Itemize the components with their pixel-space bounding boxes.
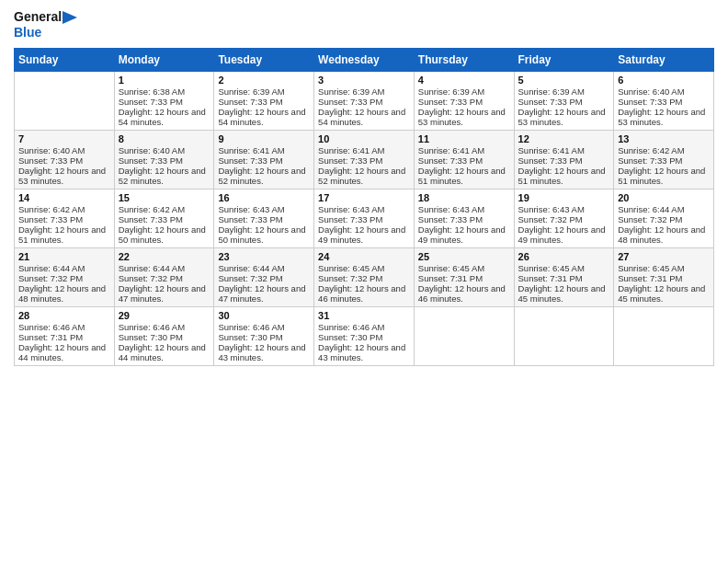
sunset-text: Sunset: 7:33 PM bbox=[518, 97, 610, 107]
sunset-text: Sunset: 7:31 PM bbox=[418, 273, 510, 283]
calendar-cell: 19Sunrise: 6:43 AMSunset: 7:32 PMDayligh… bbox=[514, 189, 614, 247]
day-number: 29 bbox=[119, 310, 210, 321]
calendar-cell: 20Sunrise: 6:44 AMSunset: 7:32 PMDayligh… bbox=[614, 189, 714, 247]
sunset-text: Sunset: 7:33 PM bbox=[119, 214, 210, 224]
daylight-text: Daylight: 12 hours and 44 minutes. bbox=[119, 342, 210, 362]
day-number: 24 bbox=[318, 251, 410, 262]
sunrise-text: Sunrise: 6:45 AM bbox=[518, 263, 610, 273]
weekday-header: Sunday bbox=[15, 48, 115, 71]
daylight-text: Daylight: 12 hours and 48 minutes. bbox=[18, 283, 110, 304]
daylight-text: Daylight: 12 hours and 54 minutes. bbox=[119, 107, 210, 127]
calendar-cell bbox=[514, 306, 614, 365]
day-number: 23 bbox=[218, 251, 310, 262]
calendar-cell: 21Sunrise: 6:44 AMSunset: 7:32 PMDayligh… bbox=[15, 247, 115, 306]
sunrise-text: Sunrise: 6:43 AM bbox=[318, 204, 410, 214]
calendar-cell: 17Sunrise: 6:43 AMSunset: 7:33 PMDayligh… bbox=[314, 189, 415, 247]
calendar-cell: 31Sunrise: 6:46 AMSunset: 7:30 PMDayligh… bbox=[314, 306, 415, 365]
day-number: 7 bbox=[18, 133, 110, 144]
sunrise-text: Sunrise: 6:40 AM bbox=[119, 145, 210, 155]
calendar-cell: 6Sunrise: 6:40 AMSunset: 7:33 PMDaylight… bbox=[614, 71, 714, 130]
daylight-text: Daylight: 12 hours and 49 minutes. bbox=[418, 224, 510, 245]
calendar-cell: 22Sunrise: 6:44 AMSunset: 7:32 PMDayligh… bbox=[114, 247, 214, 306]
sunrise-text: Sunrise: 6:44 AM bbox=[218, 263, 310, 273]
daylight-text: Daylight: 12 hours and 50 minutes. bbox=[119, 224, 210, 245]
header: General Blue bbox=[14, 9, 714, 40]
day-number: 20 bbox=[618, 192, 710, 203]
daylight-text: Daylight: 12 hours and 43 minutes. bbox=[218, 342, 310, 362]
sunrise-text: Sunrise: 6:41 AM bbox=[418, 145, 510, 155]
calendar-table: SundayMondayTuesdayWednesdayThursdayFrid… bbox=[14, 48, 714, 366]
sunset-text: Sunset: 7:32 PM bbox=[18, 273, 110, 283]
calendar-week-row: 28Sunrise: 6:46 AMSunset: 7:31 PMDayligh… bbox=[15, 306, 714, 365]
sunrise-text: Sunrise: 6:42 AM bbox=[18, 204, 110, 214]
sunset-text: Sunset: 7:33 PM bbox=[218, 214, 310, 224]
day-number: 6 bbox=[618, 75, 710, 86]
calendar-page: General Blue SundayMondayTuesdayWednesda… bbox=[0, 0, 728, 563]
sunrise-text: Sunrise: 6:44 AM bbox=[618, 204, 710, 214]
weekday-header: Tuesday bbox=[214, 48, 314, 71]
day-number: 9 bbox=[218, 133, 310, 144]
day-number: 22 bbox=[119, 251, 210, 262]
day-number: 13 bbox=[618, 133, 710, 144]
calendar-cell: 1Sunrise: 6:38 AMSunset: 7:33 PMDaylight… bbox=[114, 71, 214, 130]
sunrise-text: Sunrise: 6:39 AM bbox=[418, 86, 510, 97]
calendar-cell: 3Sunrise: 6:39 AMSunset: 7:33 PMDaylight… bbox=[314, 71, 415, 130]
sunset-text: Sunset: 7:33 PM bbox=[218, 97, 310, 107]
weekday-header: Saturday bbox=[614, 48, 714, 71]
daylight-text: Daylight: 12 hours and 45 minutes. bbox=[518, 283, 610, 304]
sunset-text: Sunset: 7:33 PM bbox=[119, 97, 210, 107]
daylight-text: Daylight: 12 hours and 44 minutes. bbox=[18, 342, 110, 362]
sunset-text: Sunset: 7:31 PM bbox=[18, 332, 110, 342]
sunrise-text: Sunrise: 6:45 AM bbox=[618, 263, 710, 273]
sunset-text: Sunset: 7:33 PM bbox=[618, 97, 710, 107]
weekday-header: Friday bbox=[514, 48, 614, 71]
calendar-cell: 30Sunrise: 6:46 AMSunset: 7:30 PMDayligh… bbox=[214, 306, 314, 365]
sunrise-text: Sunrise: 6:45 AM bbox=[318, 263, 410, 273]
day-number: 21 bbox=[18, 251, 110, 262]
calendar-cell: 14Sunrise: 6:42 AMSunset: 7:33 PMDayligh… bbox=[15, 189, 115, 247]
sunset-text: Sunset: 7:30 PM bbox=[318, 332, 410, 342]
calendar-cell: 26Sunrise: 6:45 AMSunset: 7:31 PMDayligh… bbox=[514, 247, 614, 306]
sunset-text: Sunset: 7:33 PM bbox=[119, 155, 210, 166]
day-number: 31 bbox=[318, 310, 410, 321]
sunset-text: Sunset: 7:33 PM bbox=[18, 214, 110, 224]
daylight-text: Daylight: 12 hours and 46 minutes. bbox=[318, 283, 410, 304]
day-number: 16 bbox=[218, 192, 310, 203]
logo-line1: General bbox=[14, 9, 62, 24]
day-number: 1 bbox=[119, 75, 210, 86]
calendar-cell: 12Sunrise: 6:41 AMSunset: 7:33 PMDayligh… bbox=[514, 130, 614, 189]
daylight-text: Daylight: 12 hours and 52 minutes. bbox=[119, 166, 210, 186]
sunset-text: Sunset: 7:30 PM bbox=[119, 332, 210, 342]
daylight-text: Daylight: 12 hours and 53 minutes. bbox=[418, 107, 510, 127]
calendar-cell: 8Sunrise: 6:40 AMSunset: 7:33 PMDaylight… bbox=[114, 130, 214, 189]
sunset-text: Sunset: 7:33 PM bbox=[518, 155, 610, 166]
day-number: 15 bbox=[119, 192, 210, 203]
calendar-cell: 13Sunrise: 6:42 AMSunset: 7:33 PMDayligh… bbox=[614, 130, 714, 189]
sunset-text: Sunset: 7:33 PM bbox=[618, 155, 710, 166]
logo-text: General Blue bbox=[14, 9, 77, 40]
daylight-text: Daylight: 12 hours and 54 minutes. bbox=[318, 107, 410, 127]
daylight-text: Daylight: 12 hours and 51 minutes. bbox=[18, 224, 110, 245]
daylight-text: Daylight: 12 hours and 49 minutes. bbox=[318, 224, 410, 245]
day-number: 14 bbox=[18, 192, 110, 203]
calendar-cell bbox=[15, 71, 115, 130]
calendar-cell bbox=[414, 306, 514, 365]
calendar-cell: 4Sunrise: 6:39 AMSunset: 7:33 PMDaylight… bbox=[414, 71, 514, 130]
sunset-text: Sunset: 7:30 PM bbox=[218, 332, 310, 342]
daylight-text: Daylight: 12 hours and 48 minutes. bbox=[618, 224, 710, 245]
day-number: 3 bbox=[318, 75, 410, 86]
sunrise-text: Sunrise: 6:46 AM bbox=[318, 322, 410, 332]
daylight-text: Daylight: 12 hours and 47 minutes. bbox=[119, 283, 210, 304]
sunrise-text: Sunrise: 6:39 AM bbox=[318, 86, 410, 97]
daylight-text: Daylight: 12 hours and 51 minutes. bbox=[618, 166, 710, 186]
sunset-text: Sunset: 7:33 PM bbox=[418, 97, 510, 107]
sunset-text: Sunset: 7:33 PM bbox=[418, 214, 510, 224]
calendar-cell: 29Sunrise: 6:46 AMSunset: 7:30 PMDayligh… bbox=[114, 306, 214, 365]
sunset-text: Sunset: 7:33 PM bbox=[418, 155, 510, 166]
daylight-text: Daylight: 12 hours and 46 minutes. bbox=[418, 283, 510, 304]
calendar-week-row: 1Sunrise: 6:38 AMSunset: 7:33 PMDaylight… bbox=[15, 71, 714, 130]
sunrise-text: Sunrise: 6:46 AM bbox=[119, 322, 210, 332]
sunrise-text: Sunrise: 6:45 AM bbox=[418, 263, 510, 273]
calendar-cell: 28Sunrise: 6:46 AMSunset: 7:31 PMDayligh… bbox=[15, 306, 115, 365]
weekday-header: Monday bbox=[114, 48, 214, 71]
